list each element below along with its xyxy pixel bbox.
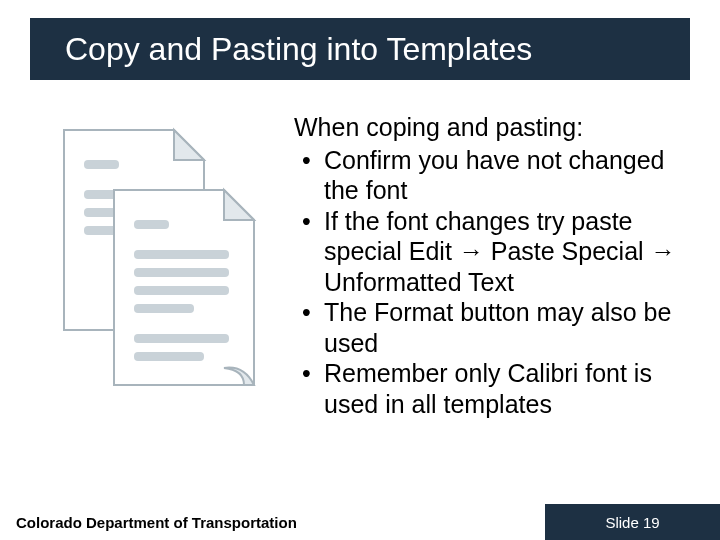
slide-title-bar: Copy and Pasting into Templates: [30, 18, 690, 80]
bullet-list: Confirm you have not changed the font If…: [294, 145, 690, 420]
content-area: When coping and pasting: Confirm you hav…: [0, 80, 720, 419]
list-item: Remember only Calibri font is used in al…: [294, 358, 690, 419]
svg-rect-5: [134, 250, 229, 259]
list-item: If the font changes try paste special Ed…: [294, 206, 690, 298]
list-item: The Format button may also be used: [294, 297, 690, 358]
svg-rect-6: [134, 268, 229, 277]
footer-org: Colorado Department of Transportation: [0, 504, 545, 540]
list-item: Confirm you have not changed the font: [294, 145, 690, 206]
lead-text: When coping and pasting:: [294, 112, 690, 143]
svg-rect-7: [134, 286, 229, 295]
svg-rect-9: [134, 334, 229, 343]
footer: Colorado Department of Transportation Sl…: [0, 504, 720, 540]
slide-title: Copy and Pasting into Templates: [65, 31, 532, 68]
svg-rect-4: [134, 220, 169, 229]
footer-slide-number: Slide 19: [545, 504, 720, 540]
svg-rect-8: [134, 304, 194, 313]
svg-rect-10: [134, 352, 204, 361]
documents-icon: [44, 112, 264, 419]
svg-rect-0: [84, 160, 119, 169]
body-text: When coping and pasting: Confirm you hav…: [264, 112, 690, 419]
